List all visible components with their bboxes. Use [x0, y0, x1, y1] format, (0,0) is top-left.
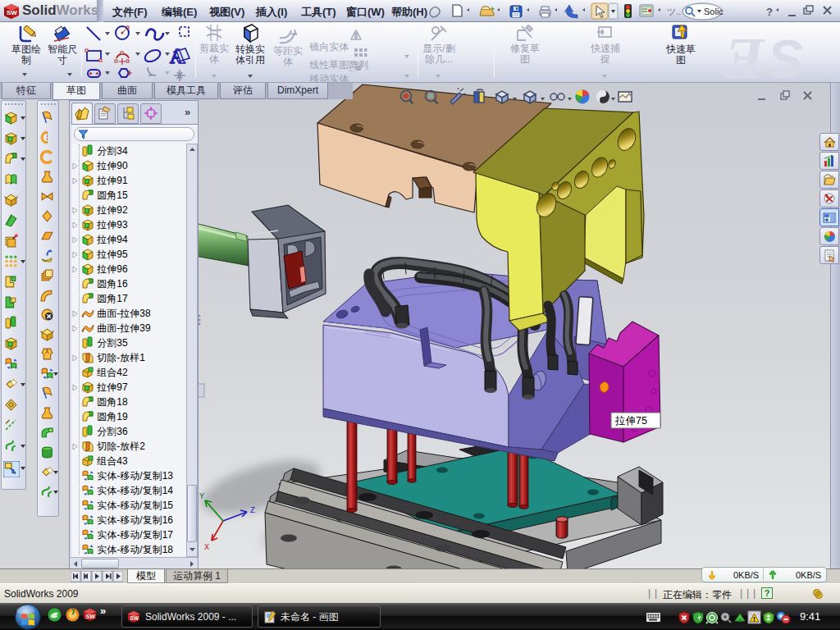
svg-text:拉伸75: 拉伸75	[614, 415, 647, 427]
svg-text:S: S	[767, 29, 803, 83]
svg-text:Solic: Solic	[704, 7, 724, 16]
svg-text:SW: SW	[130, 615, 139, 621]
svg-text:SW: SW	[86, 614, 96, 619]
svg-text:ツ..: ツ..	[667, 7, 681, 16]
svg-text:Ǝ: Ǝ	[724, 25, 766, 83]
svg-text:Y: Y	[199, 492, 204, 501]
svg-text:?: ?	[766, 6, 773, 18]
svg-text:Z: Z	[250, 506, 255, 515]
svg-text:X: X	[204, 543, 209, 552]
svg-text:SW: SW	[7, 9, 17, 16]
svg-text:A: A	[170, 44, 185, 68]
